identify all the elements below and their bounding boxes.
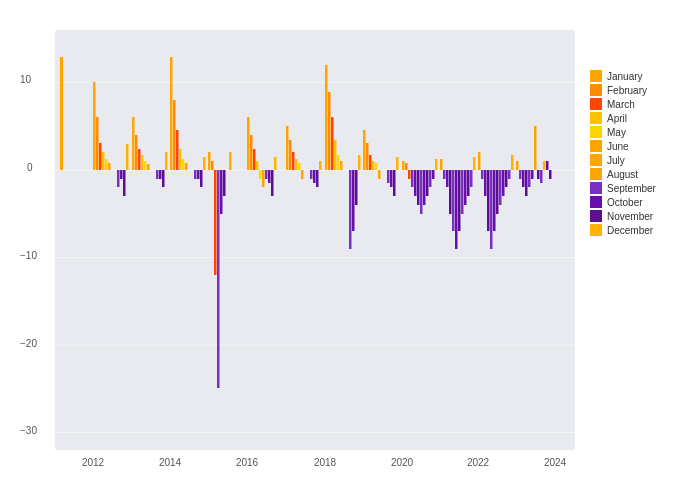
legend-color-february: [590, 84, 602, 96]
svg-rect-98: [449, 170, 452, 214]
svg-rect-83: [402, 161, 405, 170]
svg-rect-41: [223, 170, 226, 196]
svg-rect-54: [289, 140, 292, 170]
legend-color-december: [590, 224, 602, 236]
svg-rect-49: [265, 170, 268, 179]
svg-rect-110: [487, 170, 490, 231]
svg-rect-42: [229, 152, 232, 170]
y-label-neg20: −20: [20, 338, 37, 349]
svg-rect-87: [414, 170, 417, 196]
svg-rect-43: [247, 117, 250, 170]
svg-rect-55: [292, 152, 295, 170]
svg-rect-91: [426, 170, 429, 196]
svg-rect-75: [369, 155, 372, 170]
svg-rect-61: [316, 170, 319, 187]
svg-rect-19: [141, 155, 144, 170]
svg-rect-6: [93, 82, 96, 170]
svg-rect-27: [173, 100, 176, 170]
legend-color-may: [590, 126, 602, 138]
svg-rect-94: [435, 159, 438, 170]
svg-rect-123: [528, 170, 531, 187]
x-label-2020: 2020: [391, 457, 413, 468]
svg-rect-50: [268, 170, 271, 183]
svg-rect-34: [200, 170, 203, 187]
svg-rect-96: [443, 170, 446, 179]
svg-rect-72: [358, 155, 361, 170]
svg-rect-20: [144, 161, 147, 170]
legend-item-may: May: [590, 126, 690, 138]
svg-rect-127: [540, 170, 543, 183]
svg-rect-93: [432, 170, 435, 179]
svg-rect-29: [179, 149, 182, 170]
chart-legend: January February March April May June Ju…: [590, 70, 690, 236]
svg-rect-104: [467, 170, 470, 196]
legend-label-february: February: [607, 85, 647, 96]
svg-rect-85: [408, 170, 411, 179]
legend-label-may: May: [607, 127, 626, 138]
y-label-neg30: −30: [20, 425, 37, 436]
svg-rect-53: [286, 126, 289, 170]
svg-rect-111: [490, 170, 493, 249]
svg-rect-64: [328, 92, 331, 170]
svg-rect-24: [162, 170, 165, 187]
legend-color-april: [590, 112, 602, 124]
svg-rect-57: [298, 163, 301, 170]
svg-rect-38: [214, 170, 217, 275]
legend-label-september: September: [607, 183, 656, 194]
svg-rect-126: [537, 170, 540, 179]
svg-rect-112: [493, 170, 496, 231]
legend-color-march: [590, 98, 602, 110]
svg-rect-82: [396, 157, 399, 170]
svg-rect-30: [182, 159, 185, 170]
legend-color-july: [590, 154, 602, 166]
svg-rect-107: [478, 152, 481, 170]
svg-rect-31: [185, 163, 188, 170]
legend-item-march: March: [590, 98, 690, 110]
svg-rect-77: [375, 163, 378, 170]
legend-item-september: September: [590, 182, 690, 194]
svg-rect-97: [446, 170, 449, 187]
svg-rect-63: [325, 65, 328, 170]
legend-color-august: [590, 168, 602, 180]
svg-rect-120: [519, 170, 522, 179]
svg-rect-79: [387, 170, 390, 183]
svg-rect-130: [549, 170, 552, 179]
legend-label-january: January: [607, 71, 643, 82]
svg-rect-25: [165, 152, 168, 170]
svg-rect-118: [511, 155, 514, 170]
svg-rect-22: [156, 170, 159, 179]
svg-rect-36: [208, 152, 211, 170]
svg-rect-105: [470, 170, 473, 187]
svg-rect-44: [250, 135, 253, 170]
svg-rect-45: [253, 149, 256, 170]
svg-rect-100: [455, 170, 458, 249]
legend-label-april: April: [607, 113, 627, 124]
legend-color-january: [590, 70, 602, 82]
svg-rect-51: [271, 170, 274, 196]
legend-label-october: October: [607, 197, 643, 208]
legend-item-november: November: [590, 210, 690, 222]
svg-rect-113: [496, 170, 499, 214]
svg-rect-33: [197, 170, 200, 179]
x-label-2012: 2012: [82, 457, 104, 468]
x-label-2018: 2018: [314, 457, 336, 468]
svg-rect-65: [331, 117, 334, 170]
y-label-neg10: −10: [20, 250, 37, 261]
svg-rect-17: [135, 135, 138, 170]
svg-rect-32: [194, 170, 197, 179]
svg-rect-101: [458, 170, 461, 231]
svg-rect-13: [120, 170, 123, 179]
svg-rect-76: [372, 161, 375, 170]
svg-rect-68: [340, 161, 343, 170]
svg-rect-37: [211, 161, 214, 170]
x-label-2014: 2014: [159, 457, 181, 468]
svg-rect-125: [534, 126, 537, 170]
svg-rect-14: [123, 170, 126, 196]
legend-color-september: [590, 182, 602, 194]
svg-rect-10: [105, 159, 108, 170]
svg-rect-119: [516, 161, 519, 170]
svg-rect-115: [502, 170, 505, 196]
svg-rect-122: [525, 170, 528, 196]
svg-rect-73: [363, 130, 366, 170]
svg-rect-121: [522, 170, 525, 187]
